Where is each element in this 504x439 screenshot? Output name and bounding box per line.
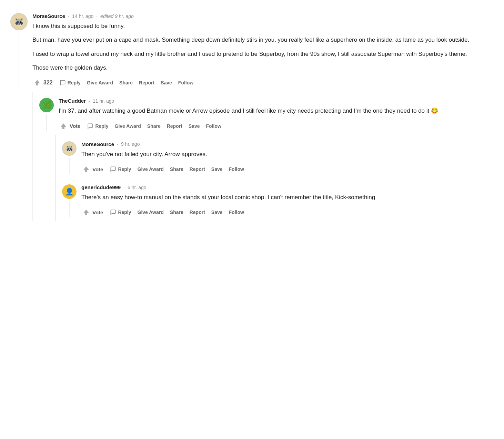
vote-area: 322 xyxy=(32,78,53,88)
cudder-username: TheCudder xyxy=(59,98,86,104)
morse-reply-header: MorseSource · 9 hr. ago xyxy=(81,141,494,147)
dot-separator: · xyxy=(68,13,69,19)
follow-label: Follow xyxy=(178,80,193,85)
generic-actions: Vote Reply Give Award Share xyxy=(81,207,494,217)
thread-line xyxy=(19,32,19,88)
cudder-body: I'm 37, and after watching a good Batman… xyxy=(59,106,494,115)
generic-follow-button[interactable]: Follow xyxy=(227,208,246,216)
generic-follow-label: Follow xyxy=(229,210,244,215)
generic-reply-button[interactable]: Reply xyxy=(108,208,133,217)
cudder-reply-label: Reply xyxy=(95,123,108,129)
morse-reply-share-button[interactable]: Share xyxy=(168,165,185,173)
morse-reply-left: 🦝 xyxy=(62,141,77,174)
generic-body: There's an easy how-to manual on the sta… xyxy=(81,193,494,202)
give-award-button[interactable]: Give Award xyxy=(85,79,115,87)
cudder-report-button[interactable]: Report xyxy=(165,122,184,130)
cudder-give-award-button[interactable]: Give Award xyxy=(113,122,143,130)
cudder-save-button[interactable]: Save xyxy=(187,122,202,130)
save-button[interactable]: Save xyxy=(159,79,174,87)
nested-comments-level2: 🦝 MorseSource · 9 hr. ago Then you've no… xyxy=(55,135,494,222)
morse-reply-body: Then you've not failed your city. Arrow … xyxy=(81,150,494,159)
morse-reply-actions: Vote Reply Give Award Share xyxy=(81,164,494,174)
comment-body: I know this is supposed to be funny. But… xyxy=(32,22,494,72)
morse-reply-share-label: Share xyxy=(170,166,183,172)
morse-reply-save-button[interactable]: Save xyxy=(209,165,225,173)
generic-upvote-icon[interactable] xyxy=(81,207,91,217)
cudder-p1: I'm 37, and after watching a good Batman… xyxy=(59,106,494,115)
morse-reply-give-award-button[interactable]: Give Award xyxy=(135,165,166,173)
cudder-follow-button[interactable]: Follow xyxy=(204,122,223,130)
generic-report-button[interactable]: Report xyxy=(188,208,207,216)
morse-reply-username: MorseSource xyxy=(81,141,114,147)
generic-share-button[interactable]: Share xyxy=(168,208,185,216)
generic-reply-label: Reply xyxy=(118,210,131,215)
dot-separator2: · xyxy=(96,13,98,19)
upvote-icon[interactable] xyxy=(32,78,42,88)
comment-morsesource-top: 🦝 MorseSource · 14 hr. ago · edited 9 hr… xyxy=(10,7,494,92)
cudder-header: TheCudder · 11 hr. ago xyxy=(59,98,494,104)
cudder-actions: Vote Reply Give Award Share xyxy=(59,121,494,131)
comment-thecudder: 🌿 TheCudder · 11 hr. ago I'm 37, and aft… xyxy=(33,92,494,135)
morse-reply-p1: Then you've not failed your city. Arrow … xyxy=(81,150,494,159)
comment-actions: 322 Reply Give Award Share Report xyxy=(32,78,494,88)
morse-reply-timestamp: 9 hr. ago xyxy=(121,141,140,147)
morse-reply-save-label: Save xyxy=(211,166,223,172)
comment-header: MorseSource · 14 hr. ago · edited 9 hr. … xyxy=(32,13,494,19)
report-label: Report xyxy=(139,80,154,85)
comment-left: 🦝 xyxy=(10,13,28,88)
generic-give-award-button[interactable]: Give Award xyxy=(135,208,166,216)
give-award-label: Give Award xyxy=(87,80,113,85)
edited-label: edited 9 hr. ago xyxy=(100,13,134,19)
morse-reply-vote-label: Vote xyxy=(92,166,103,172)
avatar-genericdude: 👤 xyxy=(62,184,77,199)
timestamp: 14 hr. ago xyxy=(72,13,93,19)
reply-label: Reply xyxy=(68,80,81,85)
cudder-reply-button[interactable]: Reply xyxy=(85,122,110,131)
cudder-save-label: Save xyxy=(189,123,200,129)
morse-reply-report-label: Report xyxy=(190,166,205,172)
dot4: · xyxy=(117,141,118,147)
morse-reply-reply-button[interactable]: Reply xyxy=(108,165,133,174)
comment-morsesource-reply: 🦝 MorseSource · 9 hr. ago Then you've no… xyxy=(56,135,494,178)
thread-line-morse-reply xyxy=(69,158,70,174)
follow-button[interactable]: Follow xyxy=(176,79,195,87)
generic-content: genericdude999 · 6 hr. ago There's an ea… xyxy=(81,184,494,217)
cudder-follow-label: Follow xyxy=(206,123,221,129)
morse-reply-content: MorseSource · 9 hr. ago Then you've not … xyxy=(81,141,494,174)
nested-comments-level1: 🌿 TheCudder · 11 hr. ago I'm 37, and aft… xyxy=(32,92,494,221)
generic-report-label: Report xyxy=(190,210,205,215)
generic-save-label: Save xyxy=(211,210,223,215)
body-p2: But man, have you ever put on a cape and… xyxy=(32,35,494,44)
vote-count: 322 xyxy=(43,80,53,86)
morse-reply-reply-label: Reply xyxy=(118,166,131,172)
morse-reply-upvote-icon[interactable] xyxy=(81,164,91,174)
avatar-morse-reply: 🦝 xyxy=(62,141,77,156)
generic-timestamp: 6 hr. ago xyxy=(128,185,147,190)
cudder-upvote-icon[interactable] xyxy=(59,121,68,131)
comment-content: MorseSource · 14 hr. ago · edited 9 hr. … xyxy=(32,13,494,88)
generic-p1: There's an easy how-to manual on the sta… xyxy=(81,193,494,202)
generic-save-button[interactable]: Save xyxy=(209,208,225,216)
share-button[interactable]: Share xyxy=(117,79,135,87)
morse-reply-give-award-label: Give Award xyxy=(138,166,164,172)
cudder-content: TheCudder · 11 hr. ago I'm 37, and after… xyxy=(59,98,494,131)
reply-button[interactable]: Reply xyxy=(58,78,83,87)
morse-reply-follow-button[interactable]: Follow xyxy=(227,165,246,173)
avatar: 🦝 xyxy=(10,13,28,30)
cudder-give-award-label: Give Award xyxy=(115,123,141,129)
generic-header: genericdude999 · 6 hr. ago xyxy=(81,184,494,190)
generic-vote-label: Vote xyxy=(92,210,103,215)
report-button[interactable]: Report xyxy=(137,79,157,87)
cudder-share-button[interactable]: Share xyxy=(145,122,163,130)
body-p4: Those were the golden days. xyxy=(32,63,494,72)
generic-username: genericdude999 xyxy=(81,184,121,190)
generic-share-label: Share xyxy=(170,210,183,215)
thread-line-generic xyxy=(69,201,70,217)
comment-genericdude: 👤 genericdude999 · 6 hr. ago There's an … xyxy=(56,178,494,221)
dot5: · xyxy=(123,185,125,190)
morse-reply-report-button[interactable]: Report xyxy=(188,165,207,173)
body-p3: I used to wrap a towel around my neck an… xyxy=(32,50,494,59)
avatar-thecudder: 🌿 xyxy=(39,98,54,112)
cudder-report-label: Report xyxy=(167,123,182,129)
morse-reply-vote-area: Vote xyxy=(81,164,103,174)
